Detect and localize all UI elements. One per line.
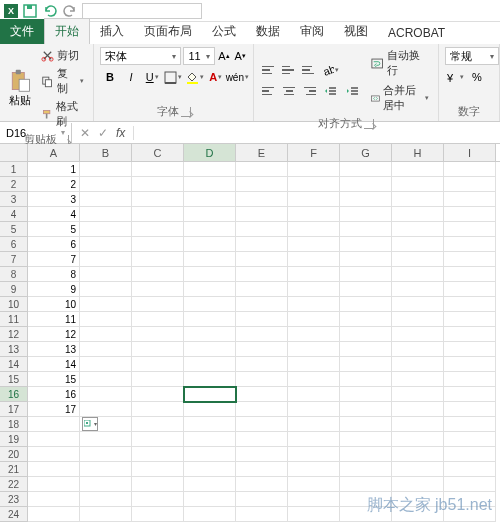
cell-A7[interactable]: 7 — [28, 252, 80, 267]
cell-A24[interactable] — [28, 507, 80, 522]
cell-E15[interactable] — [236, 372, 288, 387]
underline-button[interactable]: U▾ — [143, 68, 162, 86]
cell-F14[interactable] — [288, 357, 340, 372]
row-header-20[interactable]: 20 — [0, 447, 28, 462]
increase-font-icon[interactable]: A▴ — [217, 48, 231, 64]
cell-G10[interactable] — [340, 297, 392, 312]
cell-A20[interactable] — [28, 447, 80, 462]
col-header-G[interactable]: G — [340, 144, 392, 161]
cell-E9[interactable] — [236, 282, 288, 297]
cell-D2[interactable] — [184, 177, 236, 192]
cell-F7[interactable] — [288, 252, 340, 267]
cell-H2[interactable] — [392, 177, 444, 192]
cell-A13[interactable]: 13 — [28, 342, 80, 357]
orientation-icon[interactable]: ab▾ — [320, 61, 340, 79]
cell-D21[interactable] — [184, 462, 236, 477]
cell-I21[interactable] — [444, 462, 496, 477]
row-header-15[interactable]: 15 — [0, 372, 28, 387]
cell-F2[interactable] — [288, 177, 340, 192]
cell-D24[interactable] — [184, 507, 236, 522]
cell-D19[interactable] — [184, 432, 236, 447]
cell-C14[interactable] — [132, 357, 184, 372]
cell-B4[interactable] — [80, 207, 132, 222]
cell-D16[interactable] — [184, 387, 236, 402]
cell-H1[interactable] — [392, 162, 444, 177]
cell-H5[interactable] — [392, 222, 444, 237]
cell-F9[interactable] — [288, 282, 340, 297]
confirm-icon[interactable]: ✓ — [98, 126, 108, 140]
cell-G24[interactable] — [340, 507, 392, 522]
cell-F3[interactable] — [288, 192, 340, 207]
col-header-I[interactable]: I — [444, 144, 496, 161]
col-header-F[interactable]: F — [288, 144, 340, 161]
cell-G2[interactable] — [340, 177, 392, 192]
cell-C23[interactable] — [132, 492, 184, 507]
bold-button[interactable]: B — [100, 68, 119, 86]
cell-G1[interactable] — [340, 162, 392, 177]
col-header-B[interactable]: B — [80, 144, 132, 161]
cell-B9[interactable] — [80, 282, 132, 297]
cell-D3[interactable] — [184, 192, 236, 207]
cell-A3[interactable]: 3 — [28, 192, 80, 207]
cell-F24[interactable] — [288, 507, 340, 522]
cell-B6[interactable] — [80, 237, 132, 252]
cell-H16[interactable] — [392, 387, 444, 402]
row-header-2[interactable]: 2 — [0, 177, 28, 192]
tab-layout[interactable]: 页面布局 — [134, 19, 202, 44]
cell-I22[interactable] — [444, 477, 496, 492]
cell-F1[interactable] — [288, 162, 340, 177]
row-header-17[interactable]: 17 — [0, 402, 28, 417]
clipboard-dialog-launcher[interactable] — [59, 135, 69, 145]
cell-A23[interactable] — [28, 492, 80, 507]
copy-button[interactable]: 复制▾ — [38, 65, 87, 97]
cell-C1[interactable] — [132, 162, 184, 177]
row-header-23[interactable]: 23 — [0, 492, 28, 507]
cell-B18[interactable]: ▾ — [80, 417, 132, 432]
save-icon[interactable] — [22, 3, 38, 19]
cell-A11[interactable]: 11 — [28, 312, 80, 327]
cell-E2[interactable] — [236, 177, 288, 192]
cell-A6[interactable]: 6 — [28, 237, 80, 252]
phonetic-button[interactable]: wén▾ — [227, 68, 247, 86]
row-header-14[interactable]: 14 — [0, 357, 28, 372]
cell-A10[interactable]: 10 — [28, 297, 80, 312]
cell-G15[interactable] — [340, 372, 392, 387]
cell-I6[interactable] — [444, 237, 496, 252]
cell-C19[interactable] — [132, 432, 184, 447]
cell-B23[interactable] — [80, 492, 132, 507]
cell-E7[interactable] — [236, 252, 288, 267]
row-header-19[interactable]: 19 — [0, 432, 28, 447]
row-header-5[interactable]: 5 — [0, 222, 28, 237]
cell-F5[interactable] — [288, 222, 340, 237]
cell-I1[interactable] — [444, 162, 496, 177]
cell-H23[interactable] — [392, 492, 444, 507]
cell-I18[interactable] — [444, 417, 496, 432]
cell-H15[interactable] — [392, 372, 444, 387]
cell-I13[interactable] — [444, 342, 496, 357]
tab-acrobat[interactable]: ACROBAT — [378, 22, 455, 44]
cell-D17[interactable] — [184, 402, 236, 417]
cell-I11[interactable] — [444, 312, 496, 327]
cell-A9[interactable]: 9 — [28, 282, 80, 297]
cell-F19[interactable] — [288, 432, 340, 447]
cell-C13[interactable] — [132, 342, 184, 357]
cell-G23[interactable] — [340, 492, 392, 507]
cell-C24[interactable] — [132, 507, 184, 522]
decrease-indent-icon[interactable] — [320, 82, 340, 100]
row-header-10[interactable]: 10 — [0, 297, 28, 312]
cell-G11[interactable] — [340, 312, 392, 327]
cell-D8[interactable] — [184, 267, 236, 282]
cell-C3[interactable] — [132, 192, 184, 207]
align-middle-icon[interactable] — [280, 63, 298, 77]
row-header-7[interactable]: 7 — [0, 252, 28, 267]
cell-H6[interactable] — [392, 237, 444, 252]
cell-C20[interactable] — [132, 447, 184, 462]
cell-G16[interactable] — [340, 387, 392, 402]
cell-B20[interactable] — [80, 447, 132, 462]
cell-F16[interactable] — [288, 387, 340, 402]
cell-C21[interactable] — [132, 462, 184, 477]
cell-E23[interactable] — [236, 492, 288, 507]
cell-B13[interactable] — [80, 342, 132, 357]
cell-H9[interactable] — [392, 282, 444, 297]
cut-button[interactable]: 剪切 — [38, 47, 87, 64]
